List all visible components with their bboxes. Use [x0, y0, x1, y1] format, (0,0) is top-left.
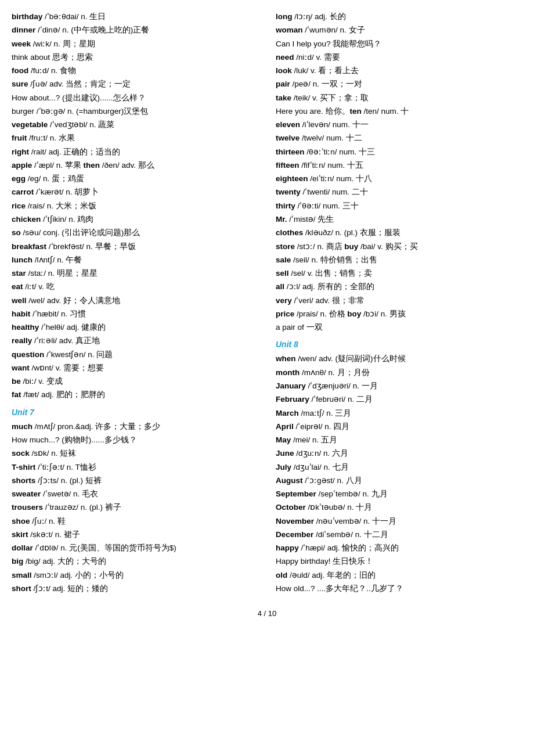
list-item: look /luk/ v. 看；看上去	[276, 64, 522, 77]
list-item: very /ˈveri/ adv. 很；非常	[276, 294, 522, 307]
list-item: breakfast /ˈbrekfəst/ n. 早餐；早饭	[12, 240, 258, 253]
list-item: when /wen/ adv. (疑问副词)什么时候	[276, 352, 522, 365]
list-item: so /səu/ conj. (引出评论或问题)那么	[12, 226, 258, 239]
list-item: short /ʃɔːt/ adj. 短的；矮的	[12, 582, 258, 595]
list-item: thirty /ˈθəːti/ num. 三十	[276, 200, 522, 213]
list-item: rice /rais/ n. 大米；米饭	[12, 200, 258, 213]
list-item: chicken /ˈtʃikin/ n. 鸡肉	[12, 213, 258, 226]
list-item: sure /ʃuə/ adv. 当然；肯定；一定	[12, 78, 258, 91]
list-item: need /niːd/ v. 需要	[276, 51, 522, 64]
list-item: February /ˈfebruəri/ n. 二月	[276, 393, 522, 406]
list-item: all /ɔːl/ adj. 所有的；全部的	[276, 280, 522, 293]
list-item: right /rait/ adj. 正确的；适当的	[12, 146, 258, 159]
list-item: June /dʒuːn/ n. 六月	[276, 447, 522, 460]
list-item: egg /eg/ n. 蛋；鸡蛋	[12, 172, 258, 185]
list-item: Mr. /ˈmistə/ 先生	[276, 213, 522, 226]
list-item: thirteen /θəːˈtiːn/ num. 十三	[276, 146, 522, 159]
list-item: apple /ˈæpl/ n. 苹果 then /ðen/ adv. 那么	[12, 159, 258, 172]
list-item: skirt /skəːt/ n. 裙子	[12, 528, 258, 541]
list-item: April /ˈeiprəl/ n. 四月	[276, 420, 522, 433]
list-item: month /mʌnθ/ n. 月；月份	[276, 366, 522, 379]
page-container: birthday /ˈbəːθdai/ n. 生日dinner /ˈdinə/ …	[12, 10, 522, 620]
list-item: Happy birthday! 生日快乐！	[276, 555, 522, 568]
list-item: T-shirt /ˈtiːʃəːt/ n. T恤衫	[12, 461, 258, 474]
unit-heading: Unit 7	[12, 406, 258, 419]
list-item: sale /seil/ n. 特价销售；出售	[276, 254, 522, 267]
list-item: shorts /ʃɔːts/ n. (pl.) 短裤	[12, 474, 258, 487]
list-item: How old...? ....多大年纪？..几岁了？	[276, 582, 522, 595]
list-item: trousers /ˈtrauzəz/ n. (pl.) 裤子	[12, 501, 258, 514]
list-item: star /staː/ n. 明星；星星	[12, 267, 258, 280]
list-item: November /nəuˈvembə/ n. 十一月	[276, 515, 522, 528]
list-item: December /diˈsembə/ n. 十二月	[276, 528, 522, 541]
list-item: really /ˈriːəli/ adv. 真正地	[12, 334, 258, 347]
list-item: Here you are. 给你。ten /ten/ num. 十	[276, 105, 522, 118]
list-item: August /ˈɔːgəst/ n. 八月	[276, 474, 522, 487]
list-item: long /lɔːŋ/ adj. 长的	[276, 10, 522, 23]
list-item: be /biː/ v. 变成	[12, 375, 258, 388]
list-item: price /prais/ n. 价格 boy /bɔi/ n. 男孩	[276, 308, 522, 321]
list-item: week /wiːk/ n. 周；星期	[12, 38, 258, 51]
list-item: lunch /lʌntʃ/ n. 午餐	[12, 254, 258, 267]
list-item: birthday /ˈbəːθdai/ n. 生日	[12, 10, 258, 23]
list-item: think about 思考；思索	[12, 51, 258, 64]
list-item: question /ˈkwestʃən/ n. 问题	[12, 348, 258, 361]
list-item: dinner /ˈdinə/ n. (中午或晚上吃的)正餐	[12, 24, 258, 37]
list-item: happy /ˈhæpi/ adj. 愉快的；高兴的	[276, 542, 522, 555]
list-item: fifteen /fifˈtiːn/ num. 十五	[276, 159, 522, 172]
unit-heading: Unit 8	[276, 338, 522, 351]
right-column: long /lɔːŋ/ adj. 长的woman /ˈwumən/ n. 女子C…	[276, 10, 522, 596]
list-item: old /əuld/ adj. 年老的；旧的	[276, 569, 522, 582]
list-item: small /smɔːl/ adj. 小的；小号的	[12, 569, 258, 582]
list-item: burger /ˈbəːgə/ n. (=hamburger)汉堡包	[12, 105, 258, 118]
list-item: habit /ˈhæbit/ n. 习惯	[12, 308, 258, 321]
list-item: big /big/ adj. 大的；大号的	[12, 555, 258, 568]
list-item: May /mei/ n. 五月	[276, 434, 522, 447]
list-item: eleven /iˈlevən/ num. 十一	[276, 118, 522, 131]
list-item: want /wɒnt/ v. 需要；想要	[12, 362, 258, 375]
list-item: fat /fæt/ adj. 肥的；肥胖的	[12, 388, 258, 401]
list-item: eighteen /eiˈtiːn/ num. 十八	[276, 172, 522, 185]
list-item: January /ˈdʒænjuəri/ n. 一月	[276, 380, 522, 393]
list-item: How about...? (提出建议)......怎么样？	[12, 92, 258, 105]
list-item: healthy /ˈhelθi/ adj. 健康的	[12, 321, 258, 334]
list-item: store /stɔː/ n. 商店 buy /bai/ v. 购买；买	[276, 240, 522, 253]
list-item: July /dʒuˈlai/ n. 七月	[276, 461, 522, 474]
left-column: birthday /ˈbəːθdai/ n. 生日dinner /ˈdinə/ …	[12, 10, 258, 596]
list-item: carrot /ˈkærət/ n. 胡萝卜	[12, 186, 258, 199]
list-item: twenty /ˈtwenti/ num. 二十	[276, 186, 522, 199]
list-item: take /teik/ v. 买下；拿；取	[276, 92, 522, 105]
list-item: Can I help you? 我能帮您吗？	[276, 38, 522, 51]
list-item: How much...? (购物时)......多少钱？	[12, 434, 258, 447]
list-item: much /mʌtʃ/ pron.&adj. 许多；大量；多少	[12, 420, 258, 433]
list-item: shoe /ʃuː/ n. 鞋	[12, 515, 258, 528]
list-item: vegetable /ˈvedʒtəbl/ n. 蔬菜	[12, 118, 258, 131]
list-item: dollar /ˈdɒlə/ n. 元(美国、等国的货币符号为$)	[12, 542, 258, 555]
list-item: pair /peə/ n. 一双；一对	[276, 78, 522, 91]
list-item: sell /sel/ v. 出售；销售；卖	[276, 267, 522, 280]
page-number: 4 / 10	[12, 607, 522, 620]
list-item: twelve /twelv/ num. 十二	[276, 132, 522, 145]
list-item: woman /ˈwumən/ n. 女子	[276, 24, 522, 37]
list-item: sweater /ˈswetə/ n. 毛衣	[12, 488, 258, 501]
list-item: a pair of 一双	[276, 321, 522, 334]
list-item: September /sepˈtembə/ n. 九月	[276, 488, 522, 501]
list-item: clothes /kləuðz/ n. (pl.) 衣服；服装	[276, 226, 522, 239]
list-item: eat /iːt/ v. 吃	[12, 280, 258, 293]
list-item: well /wel/ adv. 好；令人满意地	[12, 294, 258, 307]
list-item: fruit /fruːt/ n. 水果	[12, 132, 258, 145]
list-item: March /maːtʃ/ n. 三月	[276, 407, 522, 420]
list-item: sock /sɒk/ n. 短袜	[12, 447, 258, 460]
list-item: food /fuːd/ n. 食物	[12, 64, 258, 77]
list-item: October /ɒkˈtəubə/ n. 十月	[276, 501, 522, 514]
